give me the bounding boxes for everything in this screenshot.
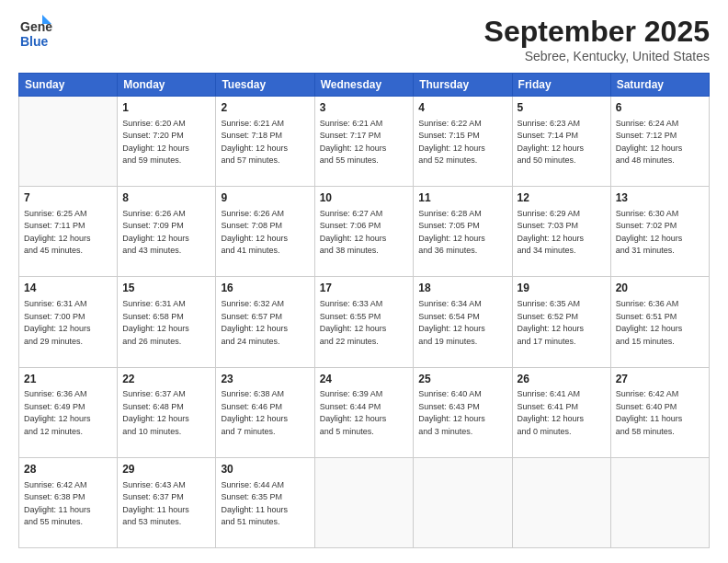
calendar-cell: 3Sunrise: 6:21 AM Sunset: 7:17 PM Daylig…: [314, 97, 414, 187]
calendar-cell: 10Sunrise: 6:27 AM Sunset: 7:06 PM Dayli…: [314, 187, 414, 277]
day-number: 1: [122, 100, 210, 116]
calendar-table: SundayMondayTuesdayWednesdayThursdayFrid…: [18, 73, 710, 548]
calendar-cell: 20Sunrise: 6:36 AM Sunset: 6:51 PM Dayli…: [610, 277, 709, 367]
calendar-week-2: 7Sunrise: 6:25 AM Sunset: 7:11 PM Daylig…: [19, 187, 710, 277]
weekday-header-sunday: Sunday: [19, 74, 118, 97]
day-number: 11: [418, 190, 506, 206]
day-number: 8: [122, 190, 210, 206]
day-number: 21: [24, 372, 112, 387]
day-info: Sunrise: 6:22 AM Sunset: 7:15 PM Dayligh…: [418, 118, 506, 167]
day-number: 29: [122, 462, 210, 477]
day-number: 30: [221, 462, 309, 477]
calendar-week-1: 1Sunrise: 6:20 AM Sunset: 7:20 PM Daylig…: [19, 97, 710, 187]
day-number: 2: [221, 100, 309, 116]
day-info: Sunrise: 6:41 AM Sunset: 6:41 PM Dayligh…: [518, 388, 606, 438]
day-number: 5: [518, 100, 606, 116]
calendar-cell: 6Sunrise: 6:24 AM Sunset: 7:12 PM Daylig…: [610, 97, 709, 187]
calendar-cell: 25Sunrise: 6:40 AM Sunset: 6:43 PM Dayli…: [414, 367, 512, 457]
calendar-cell: 18Sunrise: 6:34 AM Sunset: 6:54 PM Dayli…: [414, 277, 512, 367]
day-info: Sunrise: 6:39 AM Sunset: 6:44 PM Dayligh…: [320, 388, 409, 438]
day-info: Sunrise: 6:44 AM Sunset: 6:35 PM Dayligh…: [221, 479, 309, 529]
location: Sebree, Kentucky, United States: [484, 49, 710, 63]
day-info: Sunrise: 6:43 AM Sunset: 6:37 PM Dayligh…: [122, 479, 210, 529]
day-number: 6: [616, 100, 704, 116]
calendar-cell: 21Sunrise: 6:36 AM Sunset: 6:49 PM Dayli…: [19, 367, 118, 457]
day-number: 17: [320, 281, 409, 296]
calendar-cell: 23Sunrise: 6:38 AM Sunset: 6:46 PM Dayli…: [216, 367, 314, 457]
calendar-cell: [512, 457, 610, 547]
day-info: Sunrise: 6:33 AM Sunset: 6:55 PM Dayligh…: [320, 298, 409, 348]
day-info: Sunrise: 6:25 AM Sunset: 7:11 PM Dayligh…: [24, 208, 112, 258]
calendar-cell: 17Sunrise: 6:33 AM Sunset: 6:55 PM Dayli…: [314, 277, 414, 367]
day-number: 7: [24, 190, 112, 206]
day-info: Sunrise: 6:34 AM Sunset: 6:54 PM Dayligh…: [418, 298, 506, 348]
calendar-cell: 2Sunrise: 6:21 AM Sunset: 7:18 PM Daylig…: [216, 97, 314, 187]
calendar-cell: 14Sunrise: 6:31 AM Sunset: 7:00 PM Dayli…: [19, 277, 118, 367]
day-info: Sunrise: 6:40 AM Sunset: 6:43 PM Dayligh…: [418, 388, 506, 438]
day-info: Sunrise: 6:32 AM Sunset: 6:57 PM Dayligh…: [221, 298, 309, 348]
weekday-header-wednesday: Wednesday: [314, 74, 414, 97]
day-number: 16: [221, 281, 309, 296]
calendar-cell: [414, 457, 512, 547]
calendar-week-5: 28Sunrise: 6:42 AM Sunset: 6:38 PM Dayli…: [19, 457, 710, 547]
calendar-cell: 22Sunrise: 6:37 AM Sunset: 6:48 PM Dayli…: [118, 367, 216, 457]
day-number: 15: [122, 281, 210, 296]
weekday-header-thursday: Thursday: [414, 74, 512, 97]
header: General Blue September 2025 Sebree, Kent…: [18, 15, 710, 63]
day-info: Sunrise: 6:26 AM Sunset: 7:09 PM Dayligh…: [122, 208, 210, 258]
month-title: September 2025: [484, 15, 710, 49]
calendar-cell: 13Sunrise: 6:30 AM Sunset: 7:02 PM Dayli…: [610, 187, 709, 277]
calendar-cell: 11Sunrise: 6:28 AM Sunset: 7:05 PM Dayli…: [414, 187, 512, 277]
day-number: 25: [418, 372, 506, 387]
day-info: Sunrise: 6:37 AM Sunset: 6:48 PM Dayligh…: [122, 388, 210, 438]
day-info: Sunrise: 6:29 AM Sunset: 7:03 PM Dayligh…: [518, 208, 606, 258]
day-info: Sunrise: 6:21 AM Sunset: 7:17 PM Dayligh…: [320, 118, 409, 167]
logo-icon: General Blue: [18, 15, 53, 50]
calendar-cell: 12Sunrise: 6:29 AM Sunset: 7:03 PM Dayli…: [512, 187, 610, 277]
calendar-cell: 24Sunrise: 6:39 AM Sunset: 6:44 PM Dayli…: [314, 367, 414, 457]
day-info: Sunrise: 6:36 AM Sunset: 6:51 PM Dayligh…: [616, 298, 704, 348]
day-info: Sunrise: 6:24 AM Sunset: 7:12 PM Dayligh…: [616, 118, 704, 167]
calendar-cell: 9Sunrise: 6:26 AM Sunset: 7:08 PM Daylig…: [216, 187, 314, 277]
day-info: Sunrise: 6:42 AM Sunset: 6:40 PM Dayligh…: [616, 388, 704, 438]
calendar-week-3: 14Sunrise: 6:31 AM Sunset: 7:00 PM Dayli…: [19, 277, 710, 367]
calendar-cell: 26Sunrise: 6:41 AM Sunset: 6:41 PM Dayli…: [512, 367, 610, 457]
day-info: Sunrise: 6:35 AM Sunset: 6:52 PM Dayligh…: [518, 298, 606, 348]
day-info: Sunrise: 6:30 AM Sunset: 7:02 PM Dayligh…: [616, 208, 704, 258]
calendar-cell: [19, 97, 118, 187]
day-info: Sunrise: 6:21 AM Sunset: 7:18 PM Dayligh…: [221, 118, 309, 167]
calendar-cell: 30Sunrise: 6:44 AM Sunset: 6:35 PM Dayli…: [216, 457, 314, 547]
weekday-header-tuesday: Tuesday: [216, 74, 314, 97]
day-number: 4: [418, 100, 506, 116]
weekday-header-friday: Friday: [512, 74, 610, 97]
calendar-cell: [610, 457, 709, 547]
calendar-week-4: 21Sunrise: 6:36 AM Sunset: 6:49 PM Dayli…: [19, 367, 710, 457]
calendar-cell: 27Sunrise: 6:42 AM Sunset: 6:40 PM Dayli…: [610, 367, 709, 457]
calendar-cell: 19Sunrise: 6:35 AM Sunset: 6:52 PM Dayli…: [512, 277, 610, 367]
svg-text:Blue: Blue: [20, 34, 49, 49]
day-info: Sunrise: 6:26 AM Sunset: 7:08 PM Dayligh…: [221, 208, 309, 258]
day-info: Sunrise: 6:42 AM Sunset: 6:38 PM Dayligh…: [24, 479, 112, 529]
day-info: Sunrise: 6:27 AM Sunset: 7:06 PM Dayligh…: [320, 208, 409, 258]
weekday-header-monday: Monday: [118, 74, 216, 97]
day-number: 12: [518, 190, 606, 206]
day-info: Sunrise: 6:28 AM Sunset: 7:05 PM Dayligh…: [418, 208, 506, 258]
calendar-cell: 29Sunrise: 6:43 AM Sunset: 6:37 PM Dayli…: [118, 457, 216, 547]
day-number: 27: [616, 372, 704, 387]
day-info: Sunrise: 6:31 AM Sunset: 6:58 PM Dayligh…: [122, 298, 210, 348]
day-number: 23: [221, 372, 309, 387]
day-number: 13: [616, 190, 704, 206]
day-number: 14: [24, 281, 112, 296]
day-info: Sunrise: 6:20 AM Sunset: 7:20 PM Dayligh…: [122, 118, 210, 167]
calendar-cell: 15Sunrise: 6:31 AM Sunset: 6:58 PM Dayli…: [118, 277, 216, 367]
calendar-cell: 28Sunrise: 6:42 AM Sunset: 6:38 PM Dayli…: [19, 457, 118, 547]
calendar-cell: 16Sunrise: 6:32 AM Sunset: 6:57 PM Dayli…: [216, 277, 314, 367]
day-number: 28: [24, 462, 112, 477]
day-info: Sunrise: 6:38 AM Sunset: 6:46 PM Dayligh…: [221, 388, 309, 438]
calendar-cell: 1Sunrise: 6:20 AM Sunset: 7:20 PM Daylig…: [118, 97, 216, 187]
weekday-header-row: SundayMondayTuesdayWednesdayThursdayFrid…: [19, 74, 710, 97]
weekday-header-saturday: Saturday: [610, 74, 709, 97]
day-number: 9: [221, 190, 309, 206]
day-number: 10: [320, 190, 409, 206]
page: General Blue September 2025 Sebree, Kent…: [0, 0, 728, 563]
